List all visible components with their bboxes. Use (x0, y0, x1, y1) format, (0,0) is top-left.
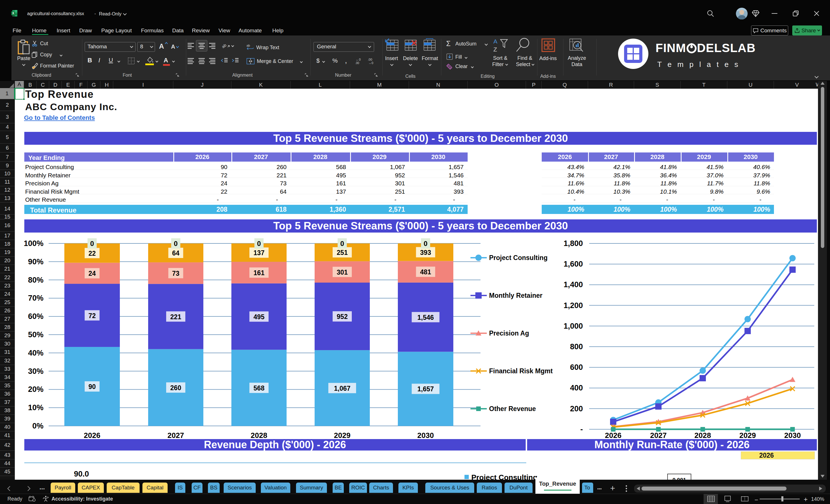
svg-text:20%: 20% (28, 385, 43, 393)
svg-text:1,546: 1,546 (417, 314, 434, 321)
svg-text:73: 73 (172, 270, 180, 277)
svg-text:Financial Risk Mgmt: Financial Risk Mgmt (489, 367, 553, 375)
svg-text:161: 161 (253, 269, 264, 277)
svg-text:2029: 2029 (739, 431, 756, 440)
svg-text:400: 400 (570, 384, 583, 392)
svg-text:-: - (580, 425, 583, 434)
svg-text:90%: 90% (28, 257, 43, 266)
svg-text:1,400: 1,400 (564, 280, 583, 289)
svg-text:0%: 0% (32, 421, 43, 430)
svg-text:Precision Ag: Precision Ag (489, 329, 529, 337)
svg-text:0: 0 (423, 240, 427, 247)
svg-text:2030: 2030 (784, 431, 801, 440)
svg-text:301: 301 (337, 269, 348, 276)
svg-text:481: 481 (420, 268, 431, 276)
svg-text:1,000: 1,000 (564, 322, 583, 330)
svg-text:60%: 60% (28, 312, 43, 321)
svg-text:800: 800 (570, 342, 583, 351)
svg-text:600: 600 (570, 363, 583, 372)
svg-text:221: 221 (170, 313, 181, 321)
svg-text:1,600: 1,600 (564, 260, 583, 268)
svg-text:1,657: 1,657 (417, 385, 434, 393)
svg-text:1,067: 1,067 (334, 385, 351, 392)
svg-text:22: 22 (88, 250, 96, 257)
svg-text:90: 90 (88, 383, 96, 390)
svg-text:2027: 2027 (650, 431, 667, 440)
svg-text:2027: 2027 (168, 431, 184, 440)
svg-text:40%: 40% (28, 349, 43, 357)
svg-text:568: 568 (253, 384, 264, 392)
svg-text:2028: 2028 (695, 431, 711, 440)
svg-text:64: 64 (172, 249, 180, 257)
svg-text:Project Consulting: Project Consulting (489, 254, 547, 261)
svg-text:0: 0 (174, 240, 178, 247)
svg-text:260: 260 (170, 384, 181, 391)
svg-text:100%: 100% (24, 239, 43, 248)
svg-text:0: 0 (90, 240, 94, 247)
svg-text:2029: 2029 (334, 431, 351, 440)
svg-text:251: 251 (337, 249, 348, 256)
svg-text:80%: 80% (28, 276, 43, 284)
svg-text:90.0: 90.0 (74, 470, 89, 478)
svg-text:2028: 2028 (251, 431, 267, 440)
svg-text:1,200: 1,200 (564, 301, 583, 310)
svg-text:0: 0 (257, 240, 261, 247)
svg-text:495: 495 (253, 313, 264, 321)
svg-text:Other Revenue: Other Revenue (489, 405, 536, 412)
svg-text:30%: 30% (28, 367, 43, 376)
svg-text:72: 72 (88, 312, 96, 319)
svg-text:137: 137 (253, 249, 264, 257)
svg-text:393: 393 (420, 249, 431, 256)
svg-text:0: 0 (340, 240, 344, 247)
svg-text:10%: 10% (28, 403, 43, 412)
svg-text:70%: 70% (28, 294, 43, 302)
svg-text:1,800: 1,800 (564, 239, 583, 248)
svg-text:2026: 2026 (605, 431, 621, 440)
svg-text:Monthly Retainer: Monthly Retainer (489, 292, 543, 299)
svg-text:200: 200 (570, 405, 583, 413)
svg-text:952: 952 (337, 313, 348, 320)
svg-text:2030: 2030 (417, 431, 434, 440)
svg-text:50%: 50% (28, 330, 43, 339)
svg-text:24: 24 (88, 270, 96, 277)
svg-text:2026: 2026 (84, 431, 100, 440)
